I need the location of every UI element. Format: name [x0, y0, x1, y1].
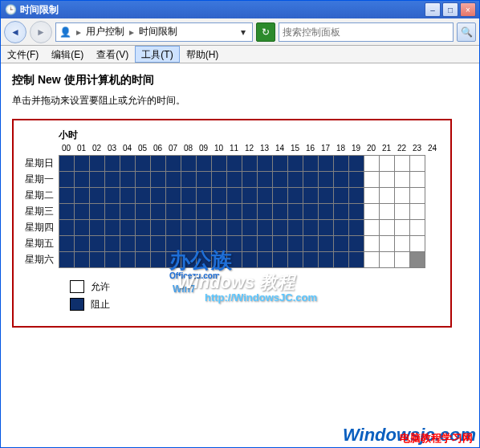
- grid-cell[interactable]: [212, 252, 227, 268]
- grid-cell[interactable]: [136, 252, 151, 268]
- grid-cell[interactable]: [273, 220, 288, 236]
- grid-cell[interactable]: [90, 188, 105, 204]
- grid-cell[interactable]: [105, 236, 120, 252]
- grid-cell[interactable]: [197, 220, 212, 236]
- menu-help[interactable]: 帮助(H): [180, 46, 226, 63]
- grid-cell[interactable]: [334, 220, 349, 236]
- grid-cell[interactable]: [380, 172, 395, 188]
- grid-cell[interactable]: [303, 220, 319, 236]
- grid-cell[interactable]: [288, 204, 303, 220]
- grid-cell[interactable]: [151, 204, 166, 220]
- grid-cell[interactable]: [90, 204, 105, 220]
- grid-cell[interactable]: [120, 220, 136, 236]
- grid-cell[interactable]: [410, 252, 425, 268]
- grid-cell[interactable]: [59, 188, 75, 204]
- grid-cell[interactable]: [380, 252, 395, 268]
- grid-cell[interactable]: [258, 236, 273, 252]
- grid-cell[interactable]: [303, 156, 319, 172]
- grid-cell[interactable]: [75, 236, 90, 252]
- menu-edit[interactable]: 编辑(E): [45, 46, 90, 63]
- address-bar[interactable]: 👤 ▸ 用户控制 ▸ 时间限制 ▾: [55, 22, 253, 42]
- grid-cell[interactable]: [181, 220, 197, 236]
- grid-cell[interactable]: [334, 156, 349, 172]
- grid-cell[interactable]: [242, 188, 258, 204]
- grid-cell[interactable]: [410, 156, 425, 172]
- grid-cell[interactable]: [75, 204, 90, 220]
- grid-cell[interactable]: [90, 156, 105, 172]
- address-dropdown-icon[interactable]: ▾: [238, 26, 249, 38]
- grid-cell[interactable]: [410, 188, 425, 204]
- grid-cell[interactable]: [212, 236, 227, 252]
- grid-cell[interactable]: [197, 236, 212, 252]
- breadcrumb-seg-2[interactable]: 时间限制: [139, 25, 177, 39]
- grid-cell[interactable]: [151, 188, 166, 204]
- grid-cell[interactable]: [258, 156, 273, 172]
- breadcrumb-seg-1[interactable]: 用户控制: [86, 25, 124, 39]
- refresh-button[interactable]: ↻: [256, 22, 275, 42]
- grid-cell[interactable]: [75, 252, 90, 268]
- grid-cell[interactable]: [166, 188, 181, 204]
- grid-cell[interactable]: [380, 156, 395, 172]
- grid-cell[interactable]: [319, 204, 334, 220]
- grid-cell[interactable]: [227, 156, 242, 172]
- grid-cell[interactable]: [181, 236, 197, 252]
- grid-cell[interactable]: [227, 236, 242, 252]
- grid-cell[interactable]: [410, 220, 425, 236]
- grid-cell[interactable]: [334, 236, 349, 252]
- grid-cell[interactable]: [105, 220, 120, 236]
- grid-cell[interactable]: [395, 204, 410, 220]
- grid-cell[interactable]: [90, 252, 105, 268]
- grid-cell[interactable]: [227, 220, 242, 236]
- grid-cell[interactable]: [380, 220, 395, 236]
- grid-cell[interactable]: [273, 204, 288, 220]
- grid-cell[interactable]: [349, 252, 364, 268]
- grid-cell[interactable]: [273, 188, 288, 204]
- grid-cell[interactable]: [166, 252, 181, 268]
- grid-cell[interactable]: [90, 236, 105, 252]
- grid-cell[interactable]: [197, 204, 212, 220]
- grid-cell[interactable]: [258, 188, 273, 204]
- grid-cell[interactable]: [303, 204, 319, 220]
- grid-cell[interactable]: [334, 172, 349, 188]
- grid-cell[interactable]: [349, 172, 364, 188]
- grid-cell[interactable]: [75, 220, 90, 236]
- search-box[interactable]: [279, 22, 454, 42]
- grid-cell[interactable]: [151, 252, 166, 268]
- search-input[interactable]: [283, 26, 449, 38]
- grid-cell[interactable]: [227, 204, 242, 220]
- grid-cell[interactable]: [258, 204, 273, 220]
- minimize-button[interactable]: –: [425, 2, 441, 17]
- grid-cell[interactable]: [319, 188, 334, 204]
- grid-cell[interactable]: [319, 236, 334, 252]
- grid-cell[interactable]: [288, 236, 303, 252]
- grid-cell[interactable]: [59, 172, 75, 188]
- grid-cell[interactable]: [349, 220, 364, 236]
- grid-cell[interactable]: [105, 188, 120, 204]
- grid-cell[interactable]: [410, 204, 425, 220]
- grid-cell[interactable]: [319, 172, 334, 188]
- back-button[interactable]: ◄: [4, 21, 26, 43]
- grid-cell[interactable]: [288, 220, 303, 236]
- menu-tools[interactable]: 工具(T): [135, 46, 179, 63]
- menu-file[interactable]: 文件(F): [1, 46, 45, 63]
- grid-cell[interactable]: [197, 188, 212, 204]
- grid-cell[interactable]: [303, 252, 319, 268]
- grid-cell[interactable]: [166, 172, 181, 188]
- grid-cell[interactable]: [395, 156, 410, 172]
- grid-cell[interactable]: [364, 188, 380, 204]
- grid-cell[interactable]: [364, 156, 380, 172]
- grid-cell[interactable]: [120, 204, 136, 220]
- grid-cell[interactable]: [136, 156, 151, 172]
- grid-cell[interactable]: [136, 204, 151, 220]
- grid-cell[interactable]: [90, 220, 105, 236]
- grid-cell[interactable]: [242, 172, 258, 188]
- grid-cell[interactable]: [334, 252, 349, 268]
- grid-cell[interactable]: [212, 220, 227, 236]
- grid-cell[interactable]: [105, 156, 120, 172]
- grid-cell[interactable]: [151, 220, 166, 236]
- grid-cell[interactable]: [227, 188, 242, 204]
- grid-cell[interactable]: [380, 188, 395, 204]
- grid-cell[interactable]: [75, 156, 90, 172]
- grid-cell[interactable]: [90, 172, 105, 188]
- maximize-button[interactable]: □: [442, 2, 458, 17]
